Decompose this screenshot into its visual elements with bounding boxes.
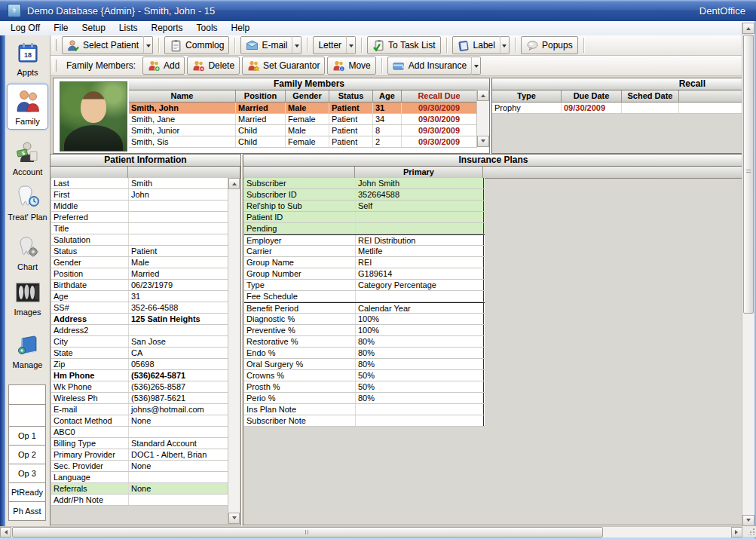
table-row[interactable]: Zip05698 bbox=[51, 359, 228, 370]
operatory-op3[interactable]: Op 3 bbox=[8, 464, 46, 483]
email-dropdown[interactable] bbox=[292, 36, 301, 54]
patient-info-scrollbar[interactable] bbox=[228, 178, 240, 524]
family-grid-scrollbar[interactable] bbox=[476, 90, 489, 147]
scroll-left-button[interactable] bbox=[0, 527, 11, 537]
table-row[interactable]: Salutation bbox=[51, 234, 228, 246]
table-row[interactable]: EmployerREI Distribution bbox=[244, 234, 485, 246]
toolbar-grip[interactable] bbox=[53, 39, 57, 51]
table-row[interactable]: Preferred bbox=[51, 212, 228, 223]
table-row[interactable]: Subscriber ID352664588 bbox=[244, 189, 485, 201]
table-row[interactable]: ABC0 bbox=[51, 427, 228, 438]
email-button[interactable]: E-mail bbox=[240, 36, 292, 54]
family-add-button[interactable]: Add bbox=[142, 57, 185, 75]
label-button[interactable]: Label bbox=[452, 36, 500, 54]
popups-button[interactable]: Popups bbox=[521, 36, 578, 54]
table-row[interactable]: Pending bbox=[244, 223, 485, 234]
table-row[interactable]: SS#352-66-4588 bbox=[51, 302, 228, 314]
menu-reports[interactable]: Reports bbox=[145, 21, 190, 35]
table-row[interactable]: CarrierMetlife bbox=[244, 246, 485, 257]
scroll-track[interactable] bbox=[604, 527, 731, 537]
table-row[interactable]: GenderMale bbox=[51, 257, 228, 268]
operatory-phasst[interactable]: Ph Asst bbox=[8, 501, 46, 521]
sidebar-item-family[interactable]: Family bbox=[7, 84, 48, 130]
operatory-op2[interactable]: Op 2 bbox=[8, 445, 46, 464]
table-row[interactable]: Smith, JohnMarriedMalePatient3109/30/200… bbox=[129, 103, 477, 114]
table-row[interactable]: Patient ID bbox=[244, 212, 485, 223]
scroll-track[interactable] bbox=[228, 189, 240, 513]
toolbar-grip[interactable] bbox=[53, 60, 57, 72]
sidebar-item-appts[interactable]: 18 Appts bbox=[5, 41, 50, 77]
to-task-list-button[interactable]: To Task List bbox=[367, 36, 440, 54]
scroll-track[interactable] bbox=[742, 314, 754, 515]
sidebar-item-images[interactable]: Images bbox=[5, 281, 50, 317]
table-row[interactable]: Sec. ProviderNone bbox=[51, 461, 228, 472]
table-row[interactable]: Crowns %50% bbox=[244, 370, 485, 381]
table-row[interactable]: Restorative %80% bbox=[244, 336, 485, 348]
scroll-right-button[interactable] bbox=[731, 527, 742, 537]
menu-lists[interactable]: Lists bbox=[112, 21, 145, 35]
scroll-track[interactable] bbox=[477, 101, 489, 136]
main-vertical-scrollbar[interactable] bbox=[742, 23, 754, 526]
table-row[interactable]: Rel'ship to SubSelf bbox=[244, 201, 485, 212]
letter-dropdown[interactable] bbox=[346, 36, 356, 54]
table-row[interactable]: Hm Phone(536)624-5871 bbox=[51, 370, 228, 381]
add-insurance-button[interactable]: Add Insurance bbox=[387, 57, 472, 75]
table-row[interactable]: Fee Schedule bbox=[244, 291, 485, 302]
scroll-up-button[interactable] bbox=[742, 23, 754, 34]
table-row[interactable]: Billing TypeStandard Account bbox=[51, 438, 228, 449]
menu-setup[interactable]: Setup bbox=[75, 21, 112, 35]
table-row[interactable]: Address125 Satin Heights bbox=[51, 314, 228, 325]
table-row[interactable]: Smith, JaneMarriedFemalePatient3409/30/2… bbox=[129, 114, 477, 125]
table-row[interactable]: Ins Plan Note bbox=[244, 404, 485, 415]
table-row[interactable]: StatusPatient bbox=[51, 246, 228, 257]
table-row[interactable]: Perio %80% bbox=[244, 393, 485, 404]
operatory-box-empty[interactable] bbox=[8, 404, 46, 427]
scroll-down-button[interactable] bbox=[742, 515, 754, 526]
operatory-op1[interactable]: Op 1 bbox=[8, 426, 46, 446]
menu-tools[interactable]: Tools bbox=[190, 21, 225, 35]
table-row[interactable]: Age31 bbox=[51, 291, 228, 302]
scroll-up-button[interactable] bbox=[477, 90, 489, 101]
family-delete-button[interactable]: Delete bbox=[187, 57, 240, 75]
table-row[interactable]: Prophy09/30/2009 bbox=[492, 103, 743, 114]
table-row[interactable]: ReferralsNone bbox=[51, 483, 228, 495]
scroll-down-button[interactable] bbox=[228, 513, 240, 524]
table-row[interactable]: Benefit PeriodCalendar Year bbox=[244, 302, 485, 314]
add-insurance-dropdown[interactable] bbox=[471, 57, 481, 75]
scroll-thumb[interactable] bbox=[12, 527, 603, 537]
table-row[interactable]: TypeCategory Percentage bbox=[244, 280, 485, 291]
operatory-box-empty[interactable] bbox=[8, 384, 46, 405]
table-row[interactable]: Address2 bbox=[51, 325, 228, 336]
sidebar-item-chart[interactable]: Chart bbox=[5, 236, 50, 271]
table-row[interactable]: StateCA bbox=[51, 348, 228, 359]
table-row[interactable]: FirstJohn bbox=[51, 189, 228, 201]
table-row[interactable]: Language bbox=[51, 472, 228, 483]
operatory-ptready[interactable]: PtReady bbox=[8, 482, 46, 502]
menu-log-off[interactable]: Log Off bbox=[0, 21, 47, 35]
sidebar-item-treat-plan[interactable]: Treat' Plan bbox=[5, 185, 50, 222]
table-row[interactable]: PositionMarried bbox=[51, 268, 228, 280]
select-patient-button[interactable]: Select Patient bbox=[62, 36, 144, 54]
table-row[interactable]: Diagnostic %100% bbox=[244, 314, 485, 325]
table-row[interactable]: Middle bbox=[51, 201, 228, 212]
menu-help[interactable]: Help bbox=[225, 21, 257, 35]
label-dropdown[interactable] bbox=[500, 36, 510, 54]
select-patient-dropdown[interactable] bbox=[143, 36, 153, 54]
table-row[interactable]: Subscriber Note bbox=[244, 415, 485, 427]
table-row[interactable]: LastSmith bbox=[51, 178, 228, 189]
table-row[interactable]: E-mailjohns@hotmail.com bbox=[51, 404, 228, 415]
table-row[interactable]: Smith, JuniorChildMalePatient809/30/2009 bbox=[129, 125, 477, 136]
family-move-button[interactable]: Move bbox=[327, 57, 375, 75]
patient-photo[interactable] bbox=[60, 81, 127, 152]
menu-file[interactable]: File bbox=[47, 21, 75, 35]
sidebar-item-account[interactable]: $ Account bbox=[5, 141, 50, 176]
table-row[interactable]: CitySan Jose bbox=[51, 336, 228, 348]
table-row[interactable]: Wireless Ph(536)987-5621 bbox=[51, 393, 228, 404]
table-row[interactable]: Preventive %100% bbox=[244, 325, 485, 336]
table-row[interactable]: Wk Phone(536)265-8587 bbox=[51, 381, 228, 393]
scroll-down-button[interactable] bbox=[477, 136, 489, 147]
sidebar-item-manage[interactable]: Manage bbox=[5, 334, 50, 369]
table-row[interactable]: Prosth %50% bbox=[244, 381, 485, 393]
table-row[interactable]: Smith, SisChildFemalePatient209/30/2009 bbox=[129, 136, 477, 148]
table-row[interactable]: Primary ProviderDOC1 - Albert, Brian bbox=[51, 449, 228, 461]
